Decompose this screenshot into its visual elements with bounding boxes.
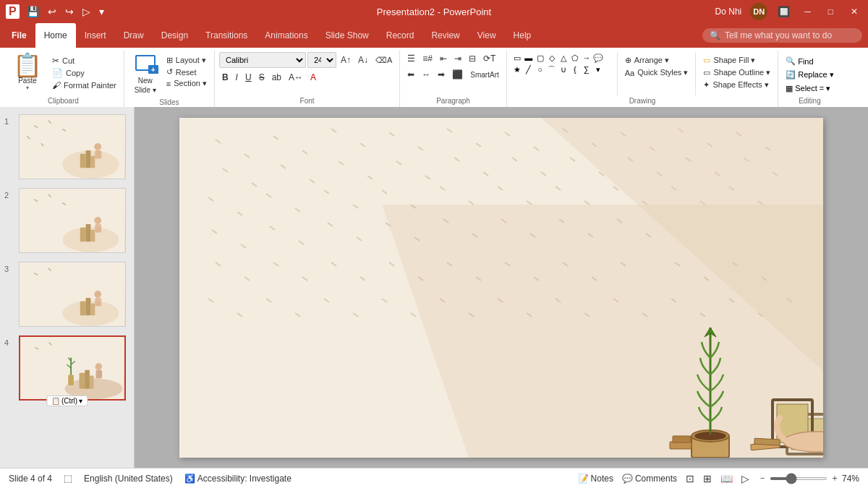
char-spacing-button[interactable]: A↔ xyxy=(286,71,306,84)
new-slide-button[interactable]: + New Slide ▾ xyxy=(129,52,162,97)
shape-diamond[interactable]: ◇ xyxy=(546,52,558,64)
ribbon-display-button[interactable]: 🔲 xyxy=(776,4,791,19)
align-left-button[interactable]: ⬅ xyxy=(404,68,417,81)
accessibility-check-icon[interactable]: ⬚ xyxy=(64,473,72,484)
shape-brace[interactable]: { xyxy=(569,64,581,75)
shape-callout[interactable]: 💬 xyxy=(592,52,604,64)
slide-canvas[interactable] xyxy=(179,118,823,458)
shape-star[interactable]: ★ xyxy=(511,64,523,75)
slide-thumb-1[interactable] xyxy=(19,114,126,179)
arrange-button[interactable]: ⊕ Arrange ▾ xyxy=(622,55,692,66)
shapes-more[interactable]: ▾ xyxy=(592,64,604,75)
slide-item-4[interactable]: 4 xyxy=(3,334,131,402)
shape-pentagon[interactable]: ⬠ xyxy=(569,52,581,64)
shape-arc[interactable]: ∪ xyxy=(558,64,569,75)
minimize-button[interactable]: ─ xyxy=(800,5,815,18)
shadow-button[interactable]: ab xyxy=(269,71,284,84)
tab-help[interactable]: Help xyxy=(505,23,540,48)
shape-fill-button[interactable]: ▭ Shape Fill ▾ xyxy=(700,55,773,66)
tab-transitions[interactable]: Transitions xyxy=(197,23,256,48)
zoom-out-button[interactable]: － xyxy=(758,472,767,484)
columns-button[interactable]: ⊟ xyxy=(466,52,479,65)
slide-thumb-4[interactable] xyxy=(19,335,126,401)
font-size-select[interactable]: 24 xyxy=(307,52,336,68)
shape-rounded[interactable]: ▢ xyxy=(535,52,546,64)
section-button[interactable]: ≡ Section ▾ xyxy=(163,78,210,89)
increase-indent-button[interactable]: ⇥ xyxy=(451,52,464,65)
more-qa-button[interactable]: ▾ xyxy=(98,4,106,19)
slide-item-3[interactable]: 3 xyxy=(3,260,131,328)
tab-view[interactable]: View xyxy=(469,23,505,48)
slideshow-button[interactable]: ▷ xyxy=(741,473,749,484)
smartart-button[interactable]: SmartArt xyxy=(467,69,501,80)
bullets-button[interactable]: ☰ xyxy=(404,52,418,65)
italic-button[interactable]: I xyxy=(233,71,241,84)
tab-draw[interactable]: Draw xyxy=(115,23,153,48)
strikethrough-button[interactable]: S xyxy=(256,71,268,84)
normal-view-button[interactable]: ⊡ xyxy=(686,473,694,484)
copy-button[interactable]: 📄 Copy xyxy=(49,67,119,79)
shape-outline-button[interactable]: ▭ Shape Outline ▾ xyxy=(700,67,773,78)
replace-button[interactable]: 🔄 Replace ▾ xyxy=(783,69,836,81)
decrease-font-button[interactable]: A↓ xyxy=(355,53,371,67)
font-color-button[interactable]: A xyxy=(307,71,319,84)
quick-styles-button[interactable]: Aa Quick Styles ▾ xyxy=(622,67,692,78)
search-box[interactable]: 🔍 xyxy=(702,28,862,43)
shape-oval[interactable]: ○ xyxy=(535,64,546,75)
numbering-button[interactable]: ≡# xyxy=(420,52,435,65)
shape-line[interactable]: ╱ xyxy=(523,64,535,75)
zoom-slider[interactable] xyxy=(770,477,827,480)
redo-qa-button[interactable]: ↪ xyxy=(64,4,75,19)
tab-design[interactable]: Design xyxy=(153,23,197,48)
paste-indicator[interactable]: 📋 (Ctrl) ▾ xyxy=(46,395,88,406)
slide-sorter-button[interactable]: ⊞ xyxy=(703,473,712,484)
bold-button[interactable]: B xyxy=(219,71,231,84)
select-button[interactable]: ▦ Select = ▾ xyxy=(783,82,836,95)
align-center-button[interactable]: ↔ xyxy=(419,68,433,81)
main-slide-area[interactable] xyxy=(135,107,868,468)
tab-review[interactable]: Review xyxy=(422,23,468,48)
tab-file[interactable]: File xyxy=(3,23,35,48)
tab-home[interactable]: Home xyxy=(35,23,76,48)
shape-effects-button[interactable]: ✦ Shape Effects ▾ xyxy=(700,80,773,90)
slide-thumb-2[interactable] xyxy=(19,188,126,253)
tab-slideshow[interactable]: Slide Show xyxy=(317,23,378,48)
zoom-in-button[interactable]: ＋ xyxy=(830,472,839,484)
tab-record[interactable]: Record xyxy=(378,23,423,48)
shape-right-arrow[interactable]: → xyxy=(581,52,592,64)
cut-button[interactable]: ✂ Cut xyxy=(49,55,119,67)
clear-format-button[interactable]: ⌫A xyxy=(373,54,395,67)
increase-font-button[interactable]: A↑ xyxy=(338,53,354,67)
slide-thumb-3[interactable] xyxy=(19,262,126,327)
notes-button[interactable]: 📝 Notes xyxy=(578,474,613,484)
reset-button[interactable]: ↺ Reset xyxy=(163,67,210,77)
shape-rect[interactable]: ▭ xyxy=(511,52,523,64)
justify-button[interactable]: ⬛ xyxy=(449,68,466,81)
shape-triangle[interactable]: △ xyxy=(558,52,569,64)
restore-button[interactable]: □ xyxy=(824,5,838,18)
tab-animations[interactable]: Animations xyxy=(256,23,316,48)
shape-rect2[interactable]: ▬ xyxy=(523,52,535,64)
paste-button[interactable]: 📋 Paste ▾ xyxy=(7,52,48,93)
search-input[interactable] xyxy=(725,30,855,40)
slide-item-1[interactable]: 1 xyxy=(3,113,131,181)
accessibility-label[interactable]: ♿ Accessibility: Investigate xyxy=(184,474,292,484)
find-button[interactable]: 🔍 Find xyxy=(783,55,836,67)
comments-button[interactable]: 💬 Comments xyxy=(622,474,677,484)
align-right-button[interactable]: ➡ xyxy=(435,68,448,81)
font-name-select[interactable]: Calibri xyxy=(219,52,306,68)
format-painter-button[interactable]: 🖌 Format Painter xyxy=(49,80,119,91)
tab-insert[interactable]: Insert xyxy=(76,23,115,48)
shape-connector[interactable]: ⌒ xyxy=(546,64,558,75)
save-qa-button[interactable]: 💾 xyxy=(25,4,41,19)
underline-button[interactable]: U xyxy=(242,71,255,84)
present-qa-button[interactable]: ▷ xyxy=(81,4,92,19)
text-direction-button[interactable]: ⟳T xyxy=(480,52,498,65)
layout-button[interactable]: ⊞ Layout ▾ xyxy=(163,55,210,66)
reading-view-button[interactable]: 📖 xyxy=(720,473,733,484)
shape-equation[interactable]: ∑ xyxy=(581,64,592,75)
decrease-indent-button[interactable]: ⇤ xyxy=(437,52,450,65)
undo-qa-button[interactable]: ↩ xyxy=(46,4,58,19)
slide-item-2[interactable]: 2 xyxy=(3,187,131,254)
close-button[interactable]: ✕ xyxy=(846,5,862,18)
